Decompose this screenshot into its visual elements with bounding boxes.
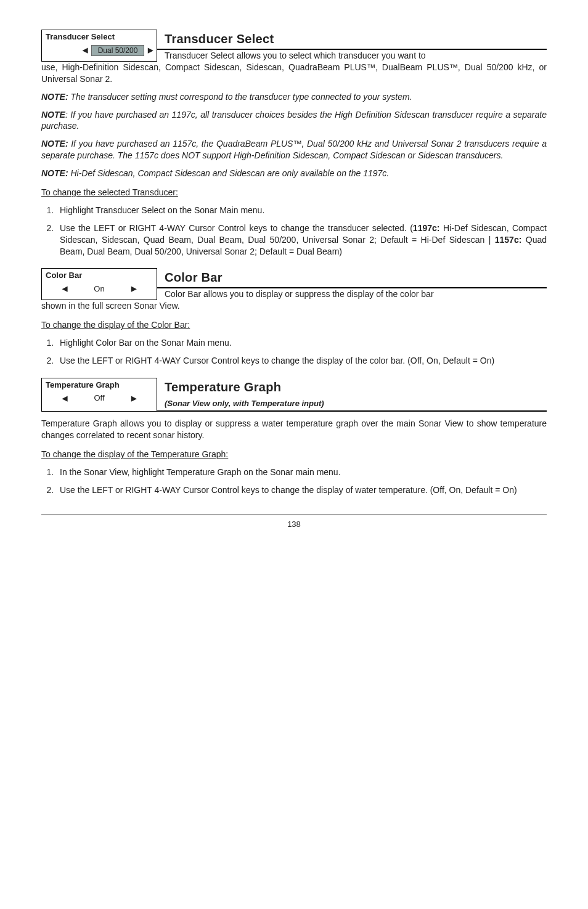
note-text: NOTE: If you have purchased an 1157c, th…: [41, 138, 547, 161]
lead-rest-inline: allows you to display or suppress the di…: [201, 289, 433, 299]
arrow-left-icon[interactable]: ◀: [62, 285, 67, 292]
lead-paragraph: use, High-Definition Sidescan, Compact S…: [41, 62, 547, 85]
note-text: NOTE: Hi-Def Sidescan, Compact Sidescan …: [41, 168, 547, 179]
page-number: 138: [287, 520, 301, 529]
title-block: Transducer Select Transducer Select allo…: [157, 30, 547, 62]
setting-value: Dual 50/200: [91, 45, 144, 56]
setting-label: Color Bar: [42, 269, 157, 282]
setting-box-tempgraph: Temperature Graph ◀ Off ▶: [41, 378, 157, 412]
arrow-right-icon[interactable]: ▶: [131, 395, 136, 402]
setting-value-row[interactable]: ◀ Off ▶: [42, 391, 157, 405]
procedure-heading: To change the display of the Color Bar:: [41, 319, 547, 331]
arrow-right-icon[interactable]: ▶: [148, 47, 153, 54]
procedure-list: Highlight Color Bar on the Sonar Main me…: [41, 337, 547, 367]
title-block: Color Bar Color Bar allows you to displa…: [157, 268, 547, 300]
list-item: Use the LEFT or RIGHT 4-WAY Cursor Contr…: [56, 222, 547, 258]
lead-rest-inline: allows you to select which transducer yo…: [234, 51, 426, 60]
list-item: Use the LEFT or RIGHT 4-WAY Cursor Contr…: [56, 484, 547, 496]
list-item: In the Sonar View, highlight Temperature…: [56, 467, 547, 478]
title-rule: Transducer Select: [157, 30, 547, 50]
setting-box-transducer: Transducer Select ◀ Dual 50/200 ▶: [41, 30, 157, 62]
section-title: Temperature Graph: [165, 379, 547, 396]
arrow-left-icon[interactable]: ◀: [83, 47, 88, 54]
section-title: Color Bar: [165, 269, 547, 286]
procedure-heading: To change the selected Transducer:: [41, 187, 547, 198]
list-item: Highlight Transducer Select on the Sonar…: [56, 205, 547, 216]
title-block: Temperature Graph (Sonar View only, with…: [157, 378, 547, 412]
title-rule: Color Bar: [157, 268, 547, 288]
list-item: Use the LEFT or RIGHT 4-WAY Cursor Contr…: [56, 355, 547, 367]
list-item: Highlight Color Bar on the Sonar Main me…: [56, 337, 547, 349]
section-header-colorbar: Color Bar ◀ On ▶ Color Bar Color Bar all…: [41, 268, 547, 300]
lead-bold: Transducer Select: [165, 51, 234, 60]
procedure-heading: To change the display of the Temperature…: [41, 449, 547, 460]
title-rule: Temperature Graph: [157, 378, 547, 397]
section-header-tempgraph: Temperature Graph ◀ Off ▶ Temperature Gr…: [41, 378, 547, 412]
section-subtitle: (Sonar View only, with Temperature input…: [157, 397, 547, 412]
setting-label: Temperature Graph: [42, 378, 157, 392]
arrow-left-icon[interactable]: ◀: [62, 395, 67, 402]
setting-value-row[interactable]: ◀ Dual 50/200 ▶: [42, 44, 157, 57]
section-title: Transducer Select: [165, 31, 547, 47]
procedure-list: Highlight Transducer Select on the Sonar…: [41, 205, 547, 258]
page-footer: 138: [41, 515, 547, 530]
lead-bold: Color Bar: [165, 289, 201, 299]
arrow-right-icon[interactable]: ▶: [131, 285, 136, 292]
lead-paragraph: shown in the full screen Sonar View.: [41, 300, 547, 312]
note-text: NOTE: The transducer setting must corres…: [41, 91, 547, 103]
note-text: NOTE: If you have purchased an 1197c, al…: [41, 109, 547, 132]
section-header-transducer: Transducer Select ◀ Dual 50/200 ▶ Transd…: [41, 30, 547, 62]
setting-box-colorbar: Color Bar ◀ On ▶: [41, 268, 157, 300]
lead-fragment: Transducer Select allows you to select w…: [157, 50, 547, 62]
setting-value-row[interactable]: ◀ On ▶: [42, 282, 157, 296]
procedure-list: In the Sonar View, highlight Temperature…: [41, 467, 547, 496]
setting-value: On: [71, 283, 128, 295]
setting-label: Transducer Select: [42, 30, 157, 44]
setting-value: Off: [71, 393, 128, 404]
lead-paragraph: Temperature Graph allows you to display …: [41, 418, 547, 441]
lead-fragment: Color Bar allows you to display or suppr…: [157, 288, 547, 300]
